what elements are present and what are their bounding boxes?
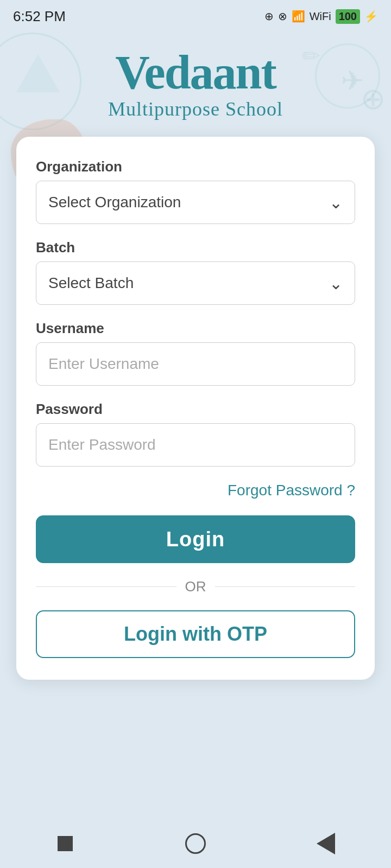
batch-chevron-down-icon: ⌄ <box>329 274 343 293</box>
organization-dropdown[interactable]: Select Organization ⌄ <box>36 181 355 224</box>
batch-group: Batch Select Batch ⌄ <box>36 239 355 305</box>
or-line-left <box>36 586 176 588</box>
or-text: OR <box>185 578 206 595</box>
nav-home-button[interactable] <box>182 830 209 857</box>
organization-label: Organization <box>36 158 355 175</box>
username-input[interactable] <box>36 342 355 386</box>
charging-icon: ⚡ <box>364 10 378 23</box>
nav-back-button[interactable] <box>312 830 339 857</box>
organization-group: Organization Select Organization ⌄ <box>36 158 355 224</box>
username-group: Username <box>36 320 355 386</box>
organization-chevron-down-icon: ⌄ <box>329 193 343 212</box>
login-button[interactable]: Login <box>36 515 355 563</box>
or-line-right <box>215 586 356 588</box>
or-divider: OR <box>36 578 355 595</box>
app-logo-subtitle: Multipurpose School <box>22 98 369 120</box>
wifi-icon: WiFi <box>310 10 331 23</box>
password-input[interactable] <box>36 423 355 467</box>
app-logo-title: Vedaant <box>22 49 369 97</box>
password-label: Password <box>36 401 355 418</box>
forgot-password-row: Forgot Password ? <box>36 482 355 499</box>
organization-dropdown-text: Select Organization <box>48 194 181 211</box>
status-time: 6:52 PM <box>13 8 66 25</box>
password-group: Password <box>36 401 355 467</box>
nav-recents-button[interactable] <box>52 830 79 857</box>
forgot-password-link[interactable]: Forgot Password ? <box>228 482 355 499</box>
do-not-disturb-icon: ⊗ <box>278 10 287 23</box>
back-icon <box>317 833 335 854</box>
status-icons: ⊕ ⊗ 📶 WiFi 100 ⚡ <box>264 9 378 24</box>
recents-icon <box>58 836 73 851</box>
home-icon <box>185 833 206 854</box>
location-icon: ⊕ <box>264 10 274 23</box>
battery-indicator: 100 <box>336 9 360 24</box>
batch-dropdown[interactable]: Select Batch ⌄ <box>36 261 355 305</box>
logo-area: Vedaant Multipurpose School <box>0 38 391 126</box>
batch-dropdown-text: Select Batch <box>48 275 134 292</box>
username-label: Username <box>36 320 355 337</box>
status-bar: 6:52 PM ⊕ ⊗ 📶 WiFi 100 ⚡ <box>0 0 391 33</box>
login-with-otp-button[interactable]: Login with OTP <box>36 610 355 658</box>
login-card: Organization Select Organization ⌄ Batch… <box>16 137 375 680</box>
batch-label: Batch <box>36 239 355 256</box>
signal-icon: 📶 <box>292 10 305 23</box>
bottom-navigation <box>0 819 391 868</box>
